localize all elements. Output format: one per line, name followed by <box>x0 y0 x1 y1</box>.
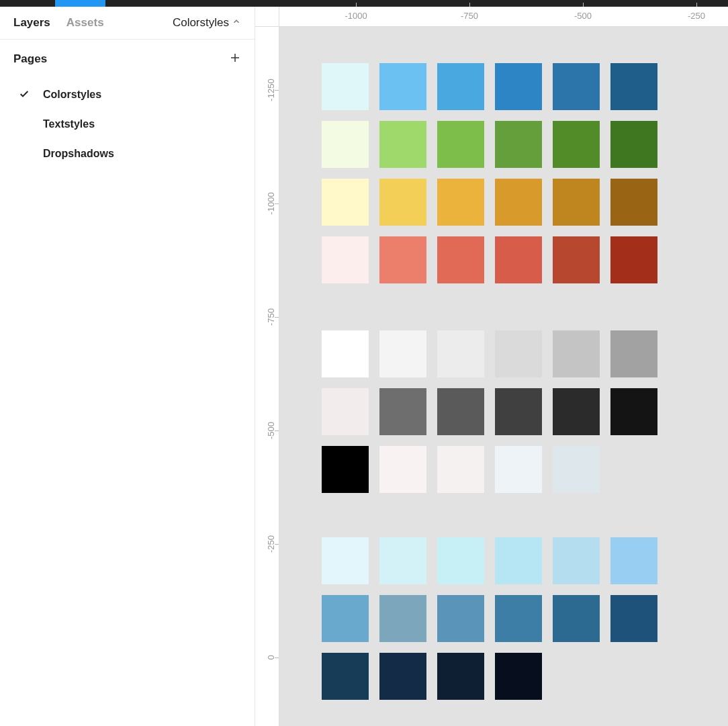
color-swatch[interactable] <box>495 537 542 584</box>
color-swatch[interactable] <box>379 236 426 283</box>
page-item-dropshadows[interactable]: Dropshadows <box>13 139 241 169</box>
color-swatch[interactable] <box>322 179 369 226</box>
h-ruler-label: -250 <box>688 11 705 21</box>
color-swatch[interactable] <box>553 537 600 584</box>
swatch-group-brand-colors[interactable] <box>322 63 657 283</box>
color-swatch[interactable] <box>437 388 484 435</box>
ruler-corner <box>255 7 279 27</box>
color-swatch[interactable] <box>437 121 484 168</box>
color-swatch[interactable] <box>610 537 657 584</box>
color-swatch[interactable] <box>553 236 600 283</box>
color-swatch[interactable] <box>610 388 657 435</box>
color-swatch[interactable] <box>437 179 484 226</box>
page-selector-label: Colorstyles <box>173 16 229 30</box>
h-ruler-mark <box>469 3 470 7</box>
h-ruler-mark <box>583 3 584 7</box>
color-swatch[interactable] <box>495 121 542 168</box>
palette <box>322 537 657 700</box>
sidebar-tabs: Layers Assets Colorstyles <box>0 7 255 40</box>
color-swatch[interactable] <box>437 653 484 700</box>
color-swatch[interactable] <box>322 595 369 642</box>
color-swatch[interactable] <box>495 179 542 226</box>
color-swatch[interactable] <box>379 446 426 493</box>
h-ruler-mark <box>356 3 357 7</box>
color-swatch[interactable] <box>322 388 369 435</box>
color-swatch[interactable] <box>437 236 484 283</box>
tab-assets[interactable]: Assets <box>66 16 104 30</box>
color-swatch[interactable] <box>379 330 426 377</box>
left-sidebar: Layers Assets Colorstyles Pages Colorsty… <box>0 7 255 726</box>
color-swatch[interactable] <box>437 63 484 110</box>
page-selector[interactable]: Colorstyles <box>173 16 241 30</box>
color-swatch[interactable] <box>553 446 600 493</box>
color-swatch[interactable] <box>437 330 484 377</box>
color-swatch[interactable] <box>379 121 426 168</box>
v-ruler-mark <box>275 544 279 545</box>
color-swatch[interactable] <box>610 179 657 226</box>
palette <box>322 63 657 283</box>
top-app-bar <box>0 0 728 7</box>
color-swatch[interactable] <box>322 330 369 377</box>
color-swatch[interactable] <box>437 595 484 642</box>
color-swatch[interactable] <box>495 595 542 642</box>
color-swatch[interactable] <box>437 446 484 493</box>
swatch-group-blue-colors[interactable] <box>322 537 657 700</box>
check-icon <box>19 89 43 101</box>
v-ruler-mark <box>275 203 279 204</box>
color-swatch[interactable] <box>610 63 657 110</box>
color-swatch[interactable] <box>495 330 542 377</box>
color-swatch[interactable] <box>553 179 600 226</box>
page-item-label: Textstyles <box>43 118 95 130</box>
color-swatch[interactable] <box>495 446 542 493</box>
color-swatch[interactable] <box>495 63 542 110</box>
color-swatch[interactable] <box>379 388 426 435</box>
page-item-colorstyles[interactable]: Colorstyles <box>13 80 241 109</box>
color-swatch[interactable] <box>553 121 600 168</box>
page-item-label: Colorstyles <box>43 89 101 101</box>
v-ruler-mark <box>275 90 279 91</box>
color-swatch[interactable] <box>495 653 542 700</box>
design-canvas[interactable] <box>279 27 728 726</box>
color-swatch[interactable] <box>495 388 542 435</box>
add-page-button[interactable] <box>229 50 241 68</box>
color-swatch[interactable] <box>553 595 600 642</box>
palette <box>322 330 657 435</box>
swatch-group-neutral-colors[interactable] <box>322 330 657 435</box>
page-item-label: Dropshadows <box>43 148 114 160</box>
h-ruler-label: -500 <box>574 11 592 21</box>
color-swatch[interactable] <box>379 537 426 584</box>
color-swatch[interactable] <box>553 63 600 110</box>
color-swatch[interactable] <box>553 388 600 435</box>
horizontal-ruler: -1000-750-500-250 <box>279 7 728 27</box>
color-swatch[interactable] <box>610 236 657 283</box>
color-swatch[interactable] <box>495 236 542 283</box>
color-swatch[interactable] <box>553 330 600 377</box>
color-swatch[interactable] <box>610 121 657 168</box>
color-swatch[interactable] <box>610 330 657 377</box>
pages-heading: Pages <box>13 52 47 66</box>
color-swatch[interactable] <box>322 121 369 168</box>
color-swatch[interactable] <box>379 63 426 110</box>
color-swatch[interactable] <box>322 537 369 584</box>
v-ruler-mark <box>275 430 279 431</box>
color-swatch[interactable] <box>379 595 426 642</box>
color-swatch[interactable] <box>437 537 484 584</box>
h-ruler-label: -750 <box>461 11 478 21</box>
palette <box>322 446 600 493</box>
tab-layers[interactable]: Layers <box>13 16 50 30</box>
color-swatch[interactable] <box>322 63 369 110</box>
color-swatch[interactable] <box>610 595 657 642</box>
color-swatch[interactable] <box>322 653 369 700</box>
color-swatch[interactable] <box>322 446 369 493</box>
active-tool-indicator <box>55 0 105 7</box>
vertical-ruler: -1250-1000-750-500-2500 <box>255 27 279 726</box>
color-swatch[interactable] <box>379 653 426 700</box>
color-swatch[interactable] <box>379 179 426 226</box>
swatch-group-neutral-extra[interactable] <box>322 446 600 493</box>
h-ruler-mark <box>696 3 697 7</box>
color-swatch[interactable] <box>322 236 369 283</box>
v-ruler-mark <box>275 317 279 318</box>
page-item-textstyles[interactable]: Textstyles <box>13 109 241 139</box>
canvas-wrap: -1000-750-500-250 -1250-1000-750-500-250… <box>255 7 728 726</box>
h-ruler-label: -1000 <box>345 11 367 21</box>
